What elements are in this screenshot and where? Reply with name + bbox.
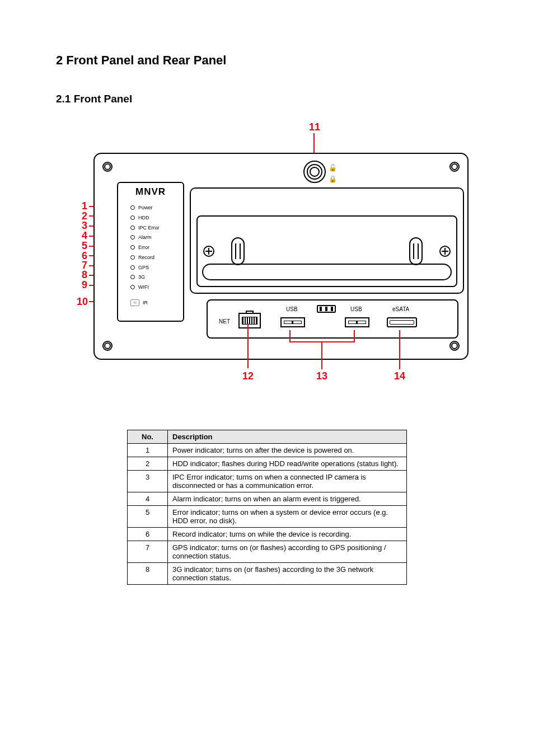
led-ipc-error: IPC Error bbox=[130, 224, 160, 231]
callout-4: 4 bbox=[82, 231, 87, 241]
led-label: Power bbox=[138, 205, 153, 210]
led-record: Record bbox=[130, 254, 154, 261]
led-3g: 3G bbox=[130, 274, 145, 280]
callout-3: 3 bbox=[82, 220, 87, 231]
thumbscrew-icon bbox=[439, 246, 451, 257]
callout-1: 1 bbox=[82, 201, 87, 211]
esata-port-label: eSATA bbox=[392, 306, 409, 312]
table-row: 6Record indicator; turns on while the de… bbox=[128, 528, 407, 541]
leader-line bbox=[247, 323, 249, 368]
table-header-desc: Description bbox=[168, 430, 407, 444]
handle-grip-icon bbox=[409, 237, 423, 265]
thumbscrew-icon bbox=[203, 246, 214, 257]
table-header-row: No. Description bbox=[128, 430, 407, 444]
cell-no: 1 bbox=[128, 444, 168, 457]
cell-desc: Power indicator; turns on after the devi… bbox=[168, 444, 407, 457]
keylock-icon bbox=[307, 164, 322, 180]
net-port-label: NET bbox=[219, 318, 230, 325]
page: 2 Front Panel and Rear Panel 2.1 Front P… bbox=[0, 0, 534, 756]
port-bay: NET USB USB eSATA bbox=[207, 299, 458, 339]
hdd-caddy bbox=[196, 215, 457, 287]
device-model-label: MNVR bbox=[118, 186, 183, 198]
device-chassis: MNVR Power HDD IPC Error Alarm Error Rec… bbox=[93, 153, 469, 360]
table-row: 5Error indicator; turns on when a system… bbox=[128, 506, 407, 528]
lock-indicator-icon: 🔒 bbox=[329, 175, 337, 183]
cell-no: 6 bbox=[128, 528, 168, 541]
cell-desc: Record indicator; turns on while the dev… bbox=[168, 528, 407, 541]
callout-9: 9 bbox=[82, 280, 87, 290]
led-label: GPS bbox=[138, 265, 149, 270]
leader-line bbox=[354, 330, 355, 341]
callout-8: 8 bbox=[82, 270, 87, 280]
led-hdd: HDD bbox=[130, 214, 149, 221]
led-label: Error bbox=[138, 245, 149, 250]
table-header-no: No. bbox=[128, 430, 168, 444]
subsection-heading: 2.1 Front Panel bbox=[56, 93, 478, 105]
callout-10: 10 bbox=[77, 297, 88, 307]
cell-no: 5 bbox=[128, 506, 168, 528]
cell-desc: Error indicator; turns on when a system … bbox=[168, 506, 407, 528]
usb-port-label: USB bbox=[350, 306, 362, 312]
table-row: 83G indicator; turns on (or flashes) acc… bbox=[128, 563, 407, 585]
usb-port-icon bbox=[345, 317, 369, 327]
ir-label: IR bbox=[143, 300, 148, 306]
ir-receiver: IRIR bbox=[130, 299, 148, 306]
leader-line bbox=[321, 341, 322, 369]
baffle-icon bbox=[317, 305, 336, 313]
cell-desc: IPC Error indicator; turns on when a con… bbox=[168, 471, 407, 492]
unlock-indicator-icon: 🔓 bbox=[329, 164, 337, 172]
cell-no: 4 bbox=[128, 492, 168, 506]
led-label: Alarm bbox=[138, 234, 152, 240]
usb-port-label: USB bbox=[286, 306, 298, 312]
ethernet-port-icon bbox=[238, 313, 261, 328]
table-row: 2HDD indicator; flashes during HDD read/… bbox=[128, 457, 407, 471]
led-gps: GPS bbox=[130, 264, 149, 271]
callout-13: 13 bbox=[316, 371, 327, 381]
ir-icon: IR bbox=[130, 299, 139, 306]
callout-14: 14 bbox=[394, 371, 405, 381]
led-label: 3G bbox=[138, 274, 145, 280]
cell-desc: 3G indicator; turns on (or flashes) acco… bbox=[168, 563, 407, 585]
hdd-bay bbox=[190, 187, 464, 294]
esata-port-icon bbox=[387, 317, 417, 327]
section-heading: 2 Front Panel and Rear Panel bbox=[56, 53, 478, 68]
front-panel-diagram: 11 1 2 3 4 5 6 7 8 9 10 bbox=[65, 122, 469, 391]
cell-no: 2 bbox=[128, 457, 168, 471]
leader-line bbox=[289, 330, 291, 341]
usb-port-icon bbox=[280, 317, 305, 327]
led-label: WIFI bbox=[138, 284, 149, 290]
cell-desc: GPS indicator; turns on (or flashes) acc… bbox=[168, 541, 407, 563]
cell-desc: HDD indicator; flashes during HDD read/w… bbox=[168, 457, 407, 471]
cell-no: 7 bbox=[128, 541, 168, 563]
led-label: Record bbox=[138, 255, 154, 260]
handle-bar bbox=[202, 264, 452, 280]
led-error: Error bbox=[130, 244, 149, 251]
callout-12: 12 bbox=[242, 371, 254, 381]
description-table: No. Description 1Power indicator; turns … bbox=[127, 430, 407, 585]
led-label: HDD bbox=[138, 215, 149, 220]
handle-grip-icon bbox=[231, 237, 245, 265]
led-label: IPC Error bbox=[138, 225, 160, 231]
table-row: 4Alarm indicator; turns on when an alarm… bbox=[128, 492, 407, 506]
table-row: 1Power indicator; turns on after the dev… bbox=[128, 444, 407, 457]
screw-icon bbox=[102, 162, 113, 172]
cell-no: 8 bbox=[128, 563, 168, 585]
led-alarm: Alarm bbox=[130, 234, 152, 241]
cell-no: 3 bbox=[128, 471, 168, 492]
led-wifi: WIFI bbox=[130, 284, 149, 290]
table-row: 7GPS indicator; turns on (or flashes) ac… bbox=[128, 541, 407, 563]
table-row: 3IPC Error indicator; turns on when a co… bbox=[128, 471, 407, 492]
leader-line bbox=[399, 330, 400, 369]
cell-desc: Alarm indicator; turns on when an alarm … bbox=[168, 492, 407, 506]
led-power: Power bbox=[130, 204, 153, 211]
callout-11: 11 bbox=[309, 122, 320, 132]
screw-icon bbox=[449, 341, 460, 351]
screw-icon bbox=[102, 341, 113, 351]
led-panel: MNVR Power HDD IPC Error Alarm Error Rec… bbox=[117, 182, 184, 322]
screw-icon bbox=[449, 162, 460, 172]
callout-5: 5 bbox=[82, 241, 87, 251]
